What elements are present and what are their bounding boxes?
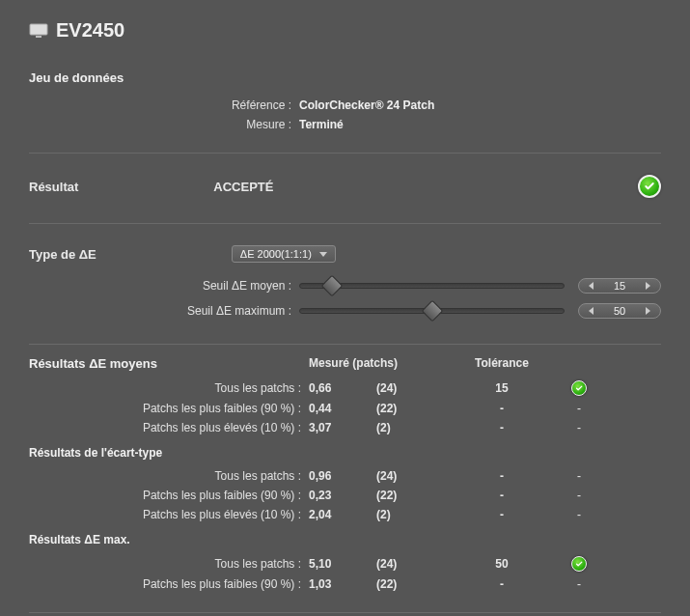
- row-label: Tous les patchs :: [29, 557, 309, 571]
- row-label: Patchs les plus élevés (10 %) :: [29, 508, 309, 521]
- results-section: Résultats ΔE moyens Mesuré (patchs) Tolé…: [29, 345, 661, 613]
- col-tolerance-label: Tolérance: [444, 356, 560, 371]
- row-tolerance: 15: [444, 381, 560, 395]
- row-tolerance: -: [444, 402, 560, 415]
- result-label: Résultat: [29, 180, 78, 194]
- row-patches: (2): [376, 508, 444, 521]
- deltae-section: Type de ΔE ΔE 2000(1:1:1) Seuil ΔE moyen…: [29, 224, 661, 345]
- check-icon: [571, 380, 587, 396]
- avg-results-heading: Résultats ΔE moyens: [29, 356, 309, 371]
- row-patches: (22): [376, 489, 444, 502]
- max-threshold-thumb[interactable]: [421, 300, 443, 322]
- row-check: [560, 556, 598, 572]
- table-row: Patchs les plus faibles (90 %) :0,44(22)…: [29, 402, 661, 415]
- measure-row: Mesure : Terminé: [29, 118, 661, 131]
- row-label: Patchs les plus élevés (10 %) :: [29, 421, 309, 434]
- row-check: -: [560, 402, 598, 415]
- table-row: Patchs les plus élevés (10 %) :2,04(2)--: [29, 508, 661, 521]
- avg-threshold-stepper[interactable]: 15: [578, 278, 661, 294]
- row-check: -: [560, 421, 598, 434]
- row-patches: (22): [376, 402, 444, 415]
- table-row: Patchs les plus faibles (90 %) :1,03(22)…: [29, 577, 661, 591]
- max-threshold-slider[interactable]: [299, 308, 565, 314]
- row-check: -: [560, 577, 598, 591]
- row-tolerance: -: [444, 508, 560, 521]
- avg-threshold-thumb[interactable]: [320, 275, 343, 297]
- row-patches: (24): [376, 381, 444, 395]
- col-measured-label: Mesuré (patchs): [309, 356, 444, 371]
- row-tolerance: 50: [444, 557, 560, 571]
- max-threshold-value: 50: [614, 305, 625, 317]
- result-check-icon: [638, 175, 661, 198]
- row-measured: 3,07: [309, 421, 376, 434]
- row-tolerance: -: [444, 469, 560, 483]
- monitor-icon: [29, 23, 48, 39]
- row-tolerance: -: [444, 577, 560, 591]
- page-title: EV2450: [56, 19, 124, 42]
- row-patches: (2): [376, 421, 444, 434]
- table-row: Patchs les plus élevés (10 %) :3,07(2)--: [29, 421, 661, 434]
- row-check: -: [560, 469, 598, 483]
- avg-threshold-value: 15: [614, 280, 625, 292]
- row-measured: 0,44: [309, 402, 376, 415]
- row-label: Tous les patchs :: [29, 469, 309, 483]
- decrement-icon[interactable]: [589, 307, 593, 315]
- title-row: EV2450: [29, 19, 661, 42]
- measure-value: Terminé: [299, 118, 344, 131]
- avg-threshold-label: Seuil ΔE moyen :: [29, 279, 299, 293]
- result-value: ACCEPTÉ: [78, 180, 638, 194]
- row-patches: (24): [376, 557, 444, 571]
- row-check: -: [560, 508, 598, 521]
- row-check: -: [560, 489, 598, 502]
- reference-row: Référence : ColorChecker® 24 Patch: [29, 98, 661, 112]
- reference-value: ColorChecker® 24 Patch: [299, 98, 434, 112]
- row-measured: 0,23: [309, 489, 376, 502]
- row-measured: 0,66: [309, 381, 376, 395]
- row-tolerance: -: [444, 421, 560, 434]
- max-rows-container: Tous les patchs :5,10(24)50Patchs les pl…: [29, 556, 661, 591]
- decrement-icon[interactable]: [589, 282, 593, 290]
- std-results-heading: Résultats de l'écart-type: [29, 446, 661, 460]
- deltae-selected: ΔE 2000(1:1:1): [240, 248, 312, 260]
- deltae-type-dropdown[interactable]: ΔE 2000(1:1:1): [232, 245, 336, 263]
- max-threshold-label: Seuil ΔE maximum :: [29, 304, 299, 318]
- avg-threshold-slider[interactable]: [299, 283, 565, 289]
- row-measured: 1,03: [309, 577, 376, 591]
- increment-icon[interactable]: [646, 282, 650, 290]
- row-label: Patchs les plus faibles (90 %) :: [29, 489, 309, 502]
- dataset-section: Jeu de données Référence : ColorChecker®…: [29, 59, 661, 154]
- max-results-heading: Résultats ΔE max.: [29, 533, 661, 546]
- row-tolerance: -: [444, 489, 560, 502]
- avg-rows-container: Tous les patchs :0,66(24)15Patchs les pl…: [29, 380, 661, 434]
- row-label: Tous les patchs :: [29, 381, 309, 395]
- table-row: Tous les patchs :0,66(24)15: [29, 380, 661, 396]
- deltae-heading: Type de ΔE: [29, 247, 97, 262]
- avg-threshold-row: Seuil ΔE moyen : 15: [29, 278, 661, 294]
- reference-label: Référence :: [29, 98, 299, 112]
- check-icon: [571, 556, 587, 572]
- row-patches: (24): [376, 469, 444, 483]
- table-row: Patchs les plus faibles (90 %) :0,23(22)…: [29, 489, 661, 502]
- row-measured: 5,10: [309, 557, 376, 571]
- row-measured: 2,04: [309, 508, 376, 521]
- table-row: Tous les patchs :5,10(24)50: [29, 556, 661, 572]
- max-threshold-stepper[interactable]: 50: [578, 303, 661, 319]
- row-check: [560, 380, 598, 396]
- row-label: Patchs les plus faibles (90 %) :: [29, 577, 309, 591]
- row-label: Patchs les plus faibles (90 %) :: [29, 402, 309, 415]
- increment-icon[interactable]: [646, 307, 650, 315]
- chevron-down-icon: [319, 252, 327, 257]
- row-measured: 0,96: [309, 469, 376, 483]
- row-patches: (22): [376, 577, 444, 591]
- std-rows-container: Tous les patchs :0,96(24)--Patchs les pl…: [29, 469, 661, 521]
- result-section: Résultat ACCEPTÉ: [29, 154, 661, 224]
- svg-rect-1: [36, 36, 41, 38]
- results-table-head: Résultats ΔE moyens Mesuré (patchs) Tolé…: [29, 356, 661, 371]
- table-row: Tous les patchs :0,96(24)--: [29, 469, 661, 483]
- dataset-heading: Jeu de données: [29, 70, 661, 85]
- svg-rect-0: [30, 24, 47, 35]
- max-threshold-row: Seuil ΔE maximum : 50: [29, 303, 661, 319]
- measure-label: Mesure :: [29, 118, 299, 131]
